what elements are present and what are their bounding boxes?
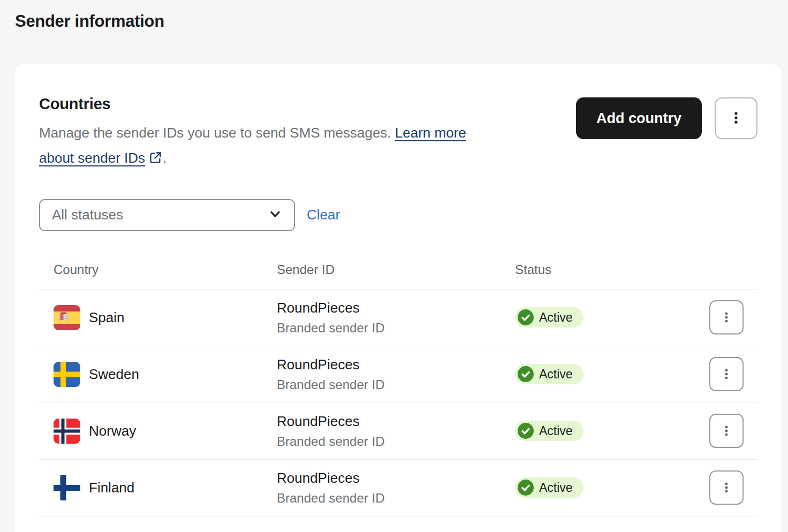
status-label: Active <box>539 424 573 438</box>
status-label: Active <box>539 310 573 325</box>
check-circle-icon <box>518 309 534 325</box>
row-menu-button[interactable] <box>709 414 744 448</box>
column-header-country: Country <box>39 262 277 277</box>
sender-id: RoundPieces <box>277 470 515 487</box>
kebab-vertical-icon <box>728 110 744 127</box>
table-header-row: Country Sender ID Status <box>39 258 757 289</box>
page-title: Sender information <box>15 12 788 31</box>
sender-id: RoundPieces <box>277 356 515 373</box>
sender-id: RoundPieces <box>277 413 515 430</box>
table-row: Sweden RoundPieces Branded sender ID Act… <box>39 346 757 402</box>
status-badge: Active <box>515 477 584 498</box>
finland-flag-icon <box>54 475 80 500</box>
country-cell: Norway <box>39 419 277 444</box>
status-badge: Active <box>515 421 584 441</box>
sender-id-cell: RoundPieces Branded sender ID <box>277 356 515 392</box>
clear-filter-link[interactable]: Clear <box>307 207 340 223</box>
card-header-text: Countries Manage the sender IDs you use … <box>39 95 467 173</box>
sender-id-cell: RoundPieces Branded sender ID <box>277 413 515 449</box>
card-menu-button[interactable] <box>715 97 757 139</box>
country-cell: Sweden <box>39 362 277 387</box>
country-name: Norway <box>89 423 136 439</box>
row-menu-button[interactable] <box>709 470 744 505</box>
column-header-sender-id: Sender ID <box>277 262 515 277</box>
page: Sender information Countries Manage the … <box>0 0 788 532</box>
kebab-vertical-icon <box>719 481 733 495</box>
chevron-down-icon <box>267 206 283 224</box>
external-link-icon <box>148 148 163 173</box>
kebab-vertical-icon <box>719 424 733 438</box>
row-actions-cell <box>709 414 757 448</box>
country-name: Finland <box>89 480 134 496</box>
table-body: Spain RoundPieces Branded sender ID Acti… <box>39 289 757 516</box>
country-name: Spain <box>89 309 125 326</box>
norway-flag-icon <box>54 419 80 444</box>
kebab-vertical-icon <box>719 367 733 381</box>
status-badge: Active <box>515 364 584 384</box>
status-cell: Active <box>515 421 709 441</box>
table-row: Norway RoundPieces Branded sender ID Act… <box>39 402 757 459</box>
table-row: Spain RoundPieces Branded sender ID Acti… <box>39 289 757 346</box>
filter-row: All statuses Clear <box>39 199 757 231</box>
sweden-flag-icon <box>54 362 80 387</box>
card-header: Countries Manage the sender IDs you use … <box>39 95 757 173</box>
country-name: Sweden <box>89 366 139 383</box>
sender-id-type: Branded sender ID <box>277 377 515 392</box>
status-filter-select[interactable]: All statuses <box>39 199 295 231</box>
table-bottom-divider <box>39 516 757 516</box>
check-circle-icon <box>518 480 534 496</box>
status-badge: Active <box>515 307 584 328</box>
add-country-button[interactable]: Add country <box>576 97 702 139</box>
status-filter-value: All statuses <box>52 207 123 223</box>
description-text: Manage the sender IDs you use to send SM… <box>39 125 395 141</box>
countries-card: Countries Manage the sender IDs you use … <box>14 64 782 532</box>
status-cell: Active <box>515 477 709 498</box>
status-label: Active <box>539 481 573 495</box>
status-cell: Active <box>515 364 709 384</box>
row-menu-button[interactable] <box>709 357 744 391</box>
status-cell: Active <box>515 307 709 328</box>
column-header-status: Status <box>515 262 709 277</box>
check-circle-icon <box>518 366 534 382</box>
country-cell: Spain <box>39 305 277 330</box>
table-row: Finland RoundPieces Branded sender ID Ac… <box>39 459 757 516</box>
row-actions-cell <box>709 300 757 335</box>
description-period: . <box>163 150 166 166</box>
row-actions-cell <box>709 470 757 505</box>
sender-id-type: Branded sender ID <box>277 434 515 449</box>
row-menu-button[interactable] <box>709 300 744 335</box>
sender-id-type: Branded sender ID <box>277 321 515 336</box>
sender-id-cell: RoundPieces Branded sender ID <box>277 300 515 336</box>
sender-id-cell: RoundPieces Branded sender ID <box>277 470 515 506</box>
countries-table: Country Sender ID Status Spain RoundPiec… <box>39 258 757 516</box>
card-description: Manage the sender IDs you use to send SM… <box>39 120 467 173</box>
kebab-vertical-icon <box>719 310 733 324</box>
sender-id: RoundPieces <box>277 300 515 316</box>
row-actions-cell <box>709 357 757 391</box>
card-title: Countries <box>39 95 467 113</box>
check-circle-icon <box>518 423 534 439</box>
country-cell: Finland <box>39 475 277 500</box>
status-label: Active <box>539 367 573 382</box>
spain-flag-icon <box>54 305 80 330</box>
sender-id-type: Branded sender ID <box>277 491 515 506</box>
card-actions: Add country <box>576 95 757 139</box>
